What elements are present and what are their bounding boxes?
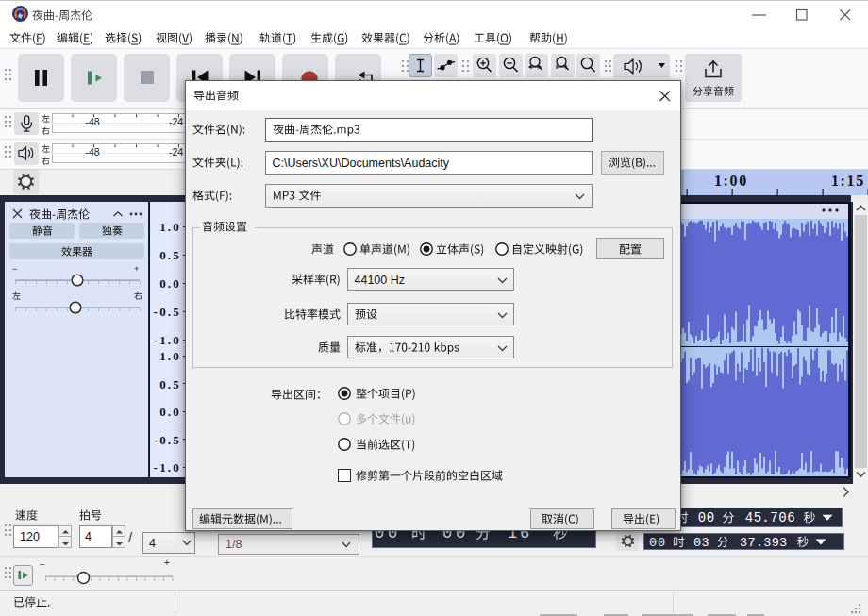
svg-text:0: 0 — [658, 535, 665, 549]
svg-text:4: 4 — [745, 510, 753, 525]
svg-text:0: 0 — [693, 535, 701, 549]
svg-text:0: 0 — [707, 510, 714, 525]
svg-text:0: 0 — [698, 510, 706, 525]
svg-text:3: 3 — [740, 535, 747, 549]
svg-text:0: 0 — [649, 535, 657, 549]
svg-text:0: 0 — [778, 510, 786, 525]
svg-text:.: . — [761, 510, 769, 525]
svg-text:7: 7 — [748, 535, 756, 549]
svg-text:9: 9 — [772, 535, 779, 549]
svg-text:5: 5 — [754, 510, 761, 525]
svg-text:3: 3 — [763, 535, 771, 549]
svg-text:3: 3 — [779, 535, 787, 549]
svg-text:.: . — [756, 535, 763, 549]
svg-text:6: 6 — [787, 510, 794, 525]
svg-text:7: 7 — [770, 510, 777, 525]
svg-text:3: 3 — [701, 535, 709, 549]
